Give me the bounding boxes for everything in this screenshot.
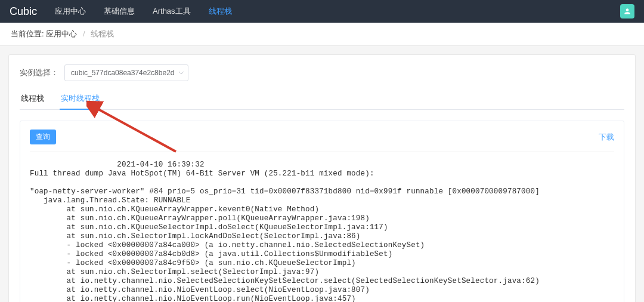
nav-item-basic-info[interactable]: 基础信息 [104, 6, 135, 17]
breadcrumb: 当前位置: 应用中心 / 线程栈 [0, 23, 644, 46]
instance-select-value: cubic_577dca08ea374e2c8be2d0ce94f1a [71, 69, 175, 77]
main-card: 实例选择： cubic_577dca08ea374e2c8be2d0ce94f1… [8, 54, 636, 302]
breadcrumb-label: 当前位置: [11, 29, 44, 38]
instance-selector-label: 实例选择： [20, 67, 58, 78]
navbar: Cubic 应用中心 基础信息 Arthas工具 线程栈 [0, 0, 644, 23]
chevron-down-icon [178, 70, 184, 76]
toolbar: 查询 下载 [30, 130, 614, 152]
avatar[interactable] [620, 4, 634, 19]
breadcrumb-separator: / [83, 29, 85, 38]
tab-realtime-thread-stack[interactable]: 实时线程栈 [60, 93, 101, 109]
nav-items: 应用中心 基础信息 Arthas工具 线程栈 [55, 6, 232, 17]
content-card: 查询 下载 2021-04-10 16:39:32 Full thread du… [20, 121, 624, 302]
tabs: 线程栈 实时线程栈 [20, 93, 624, 110]
breadcrumb-link-app-center[interactable]: 应用中心 [46, 29, 77, 38]
user-icon [623, 7, 631, 16]
query-button[interactable]: 查询 [30, 130, 56, 144]
nav-item-arthas[interactable]: Arthas工具 [153, 6, 191, 17]
instance-selector-row: 实例选择： cubic_577dca08ea374e2c8be2d0ce94f1… [20, 64, 624, 81]
thread-dump-output: 2021-04-10 16:39:32 Full thread dump Jav… [30, 152, 614, 302]
download-link[interactable]: 下载 [599, 132, 614, 143]
main-content: 实例选择： cubic_577dca08ea374e2c8be2d0ce94f1… [0, 46, 644, 302]
breadcrumb-current: 线程栈 [91, 29, 114, 38]
nav-item-app-center[interactable]: 应用中心 [55, 6, 86, 17]
instance-select[interactable]: cubic_577dca08ea374e2c8be2d0ce94f1a [64, 64, 188, 81]
brand-logo: Cubic [10, 5, 37, 18]
nav-right [620, 4, 634, 19]
tab-thread-stack[interactable]: 线程栈 [20, 93, 45, 109]
nav-item-thread-stack[interactable]: 线程栈 [209, 6, 232, 17]
